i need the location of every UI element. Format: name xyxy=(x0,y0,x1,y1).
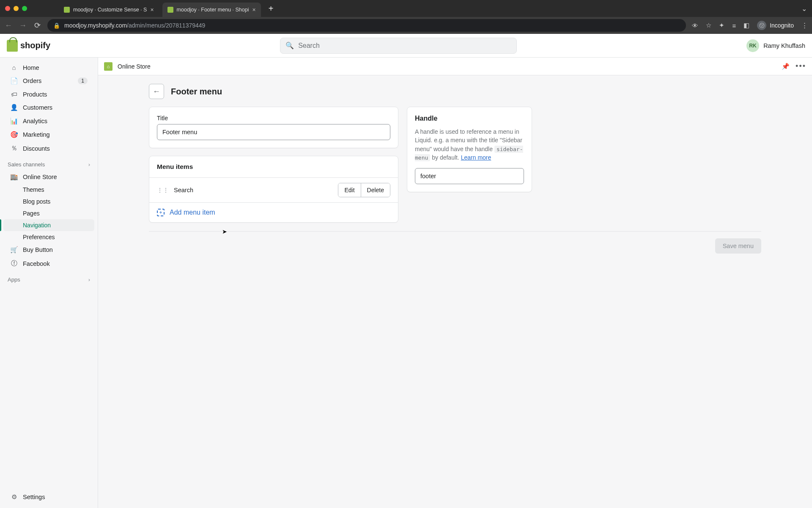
avatar: RK xyxy=(746,39,759,52)
shopify-logo-icon xyxy=(7,40,18,52)
sidebar-item-settings[interactable]: ⚙Settings xyxy=(3,490,94,504)
add-menu-item-button[interactable]: + Add menu item xyxy=(149,202,398,222)
browser-tab-1[interactable]: moodjoy · Footer menu · Shopi × xyxy=(162,3,261,17)
marketing-icon: 🎯 xyxy=(10,131,18,138)
favicon-icon xyxy=(64,7,70,13)
url-bar: ← → ⟳ 🔒 moodjoy.myshopify.com/admin/menu… xyxy=(0,17,812,34)
nav-label: Facebook xyxy=(23,260,50,267)
nav-label: Analytics xyxy=(23,118,47,124)
menu-item-label: Search xyxy=(174,187,338,193)
customers-icon: 👤 xyxy=(10,104,18,111)
address-bar[interactable]: 🔒 moodjoy.myshopify.com/admin/menus/2078… xyxy=(47,19,686,32)
nav-label: Customers xyxy=(23,104,52,111)
reload-icon[interactable]: ⟳ xyxy=(33,21,41,30)
maximize-window-icon[interactable] xyxy=(22,6,27,11)
lock-icon: 🔒 xyxy=(53,22,60,29)
title-card: Title xyxy=(149,107,398,148)
pin-icon[interactable]: 📌 xyxy=(782,63,790,70)
close-window-icon[interactable] xyxy=(5,6,10,11)
products-icon: 🏷 xyxy=(10,91,18,98)
sidebar-item-analytics[interactable]: 📊Analytics xyxy=(3,114,94,128)
analytics-icon: 📊 xyxy=(10,117,18,125)
handle-desc-text: by default. xyxy=(430,154,461,161)
sidebar-item-products[interactable]: 🏷Products xyxy=(3,88,94,101)
store-icon: ⌂ xyxy=(104,62,112,71)
chevron-right-icon: › xyxy=(88,276,90,283)
sidebar-item-customers[interactable]: 👤Customers xyxy=(3,101,94,114)
tab-title: moodjoy · Footer menu · Shopi xyxy=(177,7,249,13)
title-field-label: Title xyxy=(157,115,390,121)
handle-card: Handle A handle is used to reference a m… xyxy=(407,107,532,192)
new-tab-button[interactable]: + xyxy=(269,4,274,14)
back-button[interactable]: ← xyxy=(149,84,164,99)
nav-label: Settings xyxy=(23,494,45,500)
star-icon[interactable]: ☆ xyxy=(706,22,711,29)
section-label-text: Sales channels xyxy=(8,161,45,168)
sidebar-item-online-store[interactable]: 🏬Online Store xyxy=(3,170,94,184)
back-icon[interactable]: ← xyxy=(4,21,13,30)
menu-items-header: Menu items xyxy=(149,156,398,177)
search-input[interactable]: 🔍 Search xyxy=(280,38,517,54)
apps-header[interactable]: Apps› xyxy=(0,271,98,285)
discounts-icon: ％ xyxy=(10,144,18,152)
tab-title: moodjoy · Customize Sense · S xyxy=(73,7,147,13)
minimize-window-icon[interactable] xyxy=(14,6,19,11)
chevron-down-icon[interactable]: ⌄ xyxy=(801,5,807,13)
sales-channels-header[interactable]: Sales channels› xyxy=(0,155,98,170)
nav-label: Orders xyxy=(23,77,41,84)
handle-title: Handle xyxy=(415,115,524,122)
url-path: /admin/menus/207811379449 xyxy=(127,22,205,29)
store-icon: 🏬 xyxy=(10,173,18,181)
sidebar-sub-pages[interactable]: Pages xyxy=(3,207,94,219)
page-title: Footer menu xyxy=(171,87,222,97)
sidebar-item-facebook[interactable]: ⓕFacebook xyxy=(3,257,94,271)
close-tab-icon[interactable]: × xyxy=(150,6,154,13)
facebook-icon: ⓕ xyxy=(10,260,18,268)
extensions-icon[interactable]: ✦ xyxy=(719,22,724,29)
sidebar-sub-blog-posts[interactable]: Blog posts xyxy=(3,196,94,207)
menu-item-row: ⋮⋮ Search Edit Delete xyxy=(149,177,398,202)
url-text: moodjoy.myshopify.com/admin/menus/207811… xyxy=(64,22,205,29)
buy-button-icon: 🛒 xyxy=(10,246,18,254)
learn-more-link[interactable]: Learn more xyxy=(461,154,491,161)
more-icon[interactable]: ••• xyxy=(796,62,806,71)
delete-button[interactable]: Delete xyxy=(361,183,390,197)
add-menu-item-label: Add menu item xyxy=(170,209,215,216)
edit-button[interactable]: Edit xyxy=(338,183,361,197)
search-placeholder: Search xyxy=(298,42,320,50)
menu-items-card: Menu items ⋮⋮ Search Edit Delete + xyxy=(149,156,398,223)
sidebar-item-home[interactable]: ⌂Home xyxy=(3,61,94,74)
title-input[interactable] xyxy=(157,124,390,140)
drag-handle-icon[interactable]: ⋮⋮ xyxy=(157,187,169,193)
sidebar-sub-preferences[interactable]: Preferences xyxy=(3,231,94,243)
handle-input[interactable] xyxy=(415,168,524,184)
window-controls xyxy=(5,6,27,11)
nav-label: Online Store xyxy=(23,174,57,180)
sidebar-sub-navigation[interactable]: Navigation xyxy=(3,219,94,231)
close-tab-icon[interactable]: × xyxy=(252,6,256,13)
add-icon: + xyxy=(157,209,165,216)
eye-off-icon[interactable]: 👁 xyxy=(692,22,698,29)
kebab-menu-icon[interactable]: ⋮ xyxy=(801,22,808,29)
sidebar-item-marketing[interactable]: 🎯Marketing xyxy=(3,128,94,141)
browser-tab-0[interactable]: moodjoy · Customize Sense · S × xyxy=(59,3,159,17)
reading-list-icon[interactable]: ≡ xyxy=(732,22,736,29)
user-menu[interactable]: RK Ramy Khuffash xyxy=(746,39,805,52)
nav-label: Discounts xyxy=(23,145,50,152)
forward-icon: → xyxy=(19,21,27,30)
sidebar-item-orders[interactable]: 📄Orders1 xyxy=(3,74,94,88)
main-content: ⌂ Online Store 📌 ••• ← Footer menu Title xyxy=(98,58,812,508)
orders-badge: 1 xyxy=(78,77,88,84)
sidebar-item-discounts[interactable]: ％Discounts xyxy=(3,141,94,155)
shopify-logo[interactable]: shopify xyxy=(7,40,50,52)
home-icon: ⌂ xyxy=(10,64,18,71)
handle-description: A handle is used to reference a menu in … xyxy=(415,127,524,162)
incognito-badge[interactable]: ㋡ Incognito xyxy=(757,21,794,30)
side-panel-icon[interactable]: ◧ xyxy=(743,22,749,29)
context-title: Online Store xyxy=(118,63,151,70)
arrow-left-icon: ← xyxy=(153,87,160,96)
sidebar-item-buy-button[interactable]: 🛒Buy Button xyxy=(3,243,94,257)
search-icon: 🔍 xyxy=(285,41,294,50)
sidebar-sub-themes[interactable]: Themes xyxy=(3,184,94,196)
save-menu-button[interactable]: Save menu xyxy=(715,238,761,254)
